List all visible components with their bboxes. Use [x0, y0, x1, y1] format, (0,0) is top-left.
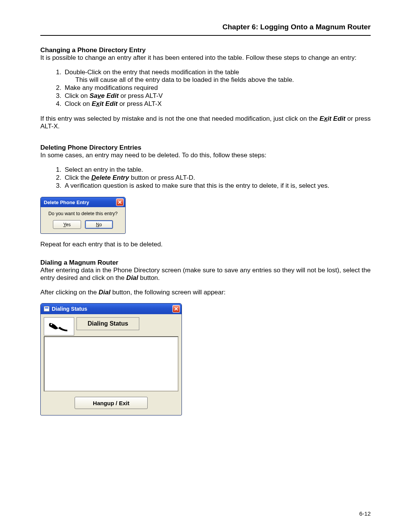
text: or press ALT-V	[119, 92, 163, 99]
list-item: Click on Save Edit or press ALT-V	[63, 92, 371, 100]
access-key: x	[96, 100, 99, 107]
text: Click on	[65, 92, 89, 99]
form-icon	[44, 306, 49, 312]
text: elete Entry	[96, 174, 129, 181]
svg-point-0	[51, 324, 52, 325]
dialog-button-row: Yes No	[41, 220, 125, 233]
chapter-title: Chapter 6: Logging Onto a Magnum Router	[40, 23, 371, 31]
text: es	[66, 222, 71, 227]
heading-deleting-entries: Deleting Phone Directory Entries	[40, 144, 371, 152]
text: e Edit	[101, 92, 118, 99]
para-s3-p1: After entering data in the Phone Directo…	[40, 267, 371, 282]
text: Clock on	[65, 100, 92, 107]
list-changing-steps: Double-Click on the entry that needs mod…	[56, 69, 371, 108]
dialog-delete-phone-entry: Delete Phone Entry ✕ Do you want to dele…	[40, 197, 126, 234]
close-icon[interactable]: ✕	[116, 198, 124, 206]
para-repeat: Repeat for each entry that is to be dele…	[40, 241, 371, 248]
para-s3-p2: After clicking on the Dial button, the f…	[40, 289, 371, 296]
access-key: D	[91, 174, 96, 181]
text: button, the following screen will appear…	[110, 289, 225, 296]
dialog-title: Delete Phone Entry	[44, 200, 89, 205]
text: Double-Click on the entry that needs mod…	[65, 69, 239, 76]
access-key: N	[96, 222, 99, 227]
para-s2-intro: In some cases, an entry may need to be d…	[40, 152, 371, 159]
yes-button[interactable]: Yes	[53, 220, 81, 229]
text-bold: Dial	[99, 289, 110, 296]
list-item: Select an entry in the table.	[63, 166, 371, 174]
text-bold: Dial	[126, 274, 138, 281]
text: it Edit	[327, 115, 345, 122]
horizontal-rule	[40, 35, 371, 36]
dialog-titlebar: Delete Phone Entry ✕	[41, 197, 125, 207]
text: it Edit	[100, 100, 118, 107]
text: o	[99, 222, 102, 227]
text: button or press ALT-D.	[129, 174, 195, 181]
text: E	[320, 115, 324, 122]
no-button[interactable]: No	[85, 220, 113, 229]
text: Sa	[89, 92, 97, 99]
list-deleting-steps: Select an entry in the table. Click the …	[56, 166, 371, 190]
text: E	[92, 100, 96, 107]
text: After clicking on the	[40, 289, 99, 296]
heading-dialing: Dialing a Magnum Router	[40, 259, 371, 267]
list-item: Double-Click on the entry that needs mod…	[63, 69, 371, 84]
status-label: Dialing Status	[76, 317, 139, 330]
dialog-dialing-status: Dialing Status ✕ Dialing Status Hangup /…	[40, 303, 182, 415]
text: If this entry was selected by mistake an…	[40, 115, 320, 122]
dialog-title: Dialing Status	[52, 306, 87, 312]
hangup-exit-button[interactable]: Hangup / Exit	[75, 397, 148, 409]
list-item: Clock on Exit Edit or press ALT-X	[63, 100, 371, 108]
list-subtext: This will cause all of the entry data to…	[75, 76, 371, 84]
dialog-message: Do you want to delete this entry?	[41, 207, 125, 220]
text: button.	[138, 274, 160, 281]
status-textarea	[44, 336, 178, 391]
horn-icon	[44, 317, 74, 335]
page-number: 6-12	[359, 510, 371, 517]
dialog-titlebar: Dialing Status ✕	[41, 304, 182, 314]
list-item: A verification question is asked to make…	[63, 182, 371, 190]
list-item: Make any modifications required	[63, 84, 371, 92]
para-s1-note: If this entry was selected by mistake an…	[40, 115, 371, 130]
text: After entering data in the Phone Directo…	[40, 267, 371, 281]
list-item: Click the Delete Entry button or press A…	[63, 174, 371, 182]
heading-changing-entry: Changing a Phone Directory Entry	[40, 46, 371, 54]
text: or press ALT-X	[118, 100, 162, 107]
text: Click the	[65, 174, 91, 181]
close-icon[interactable]: ✕	[172, 305, 180, 313]
para-s1-intro: It is possible to change an entry after …	[40, 54, 371, 62]
